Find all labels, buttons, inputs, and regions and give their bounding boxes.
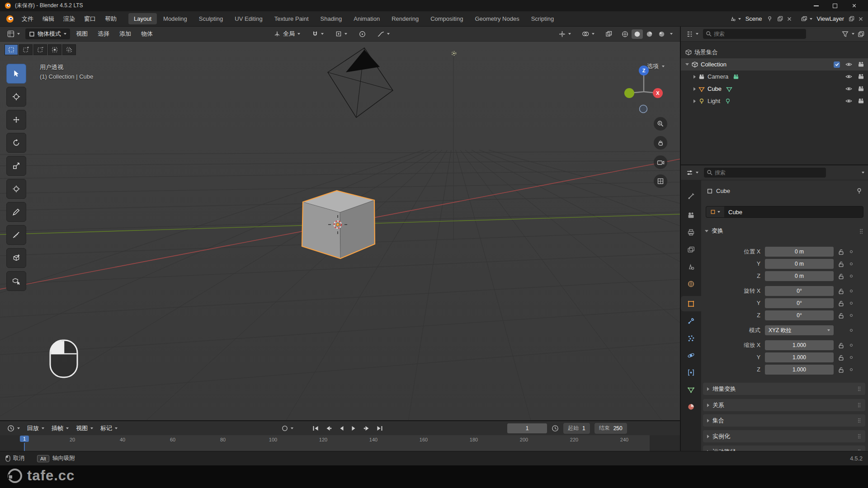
minimize-button[interactable] — [807, 0, 826, 11]
snap-toggle[interactable] — [308, 29, 327, 38]
outliner-row-camera[interactable]: Camera — [681, 70, 868, 83]
new-collection-icon[interactable] — [858, 31, 864, 38]
section-motion-paths[interactable]: 运动路径 — [703, 446, 865, 451]
remove-viewlayer-icon[interactable] — [858, 16, 863, 22]
animate-dot[interactable] — [850, 275, 853, 277]
cursor-tool[interactable] — [6, 87, 26, 107]
use-preview-range-icon[interactable] — [552, 425, 559, 432]
viewport-menu-select[interactable]: 选择 — [94, 28, 113, 40]
timeline-menu-playback[interactable]: 回放 — [24, 423, 48, 434]
hide-eye-icon[interactable] — [845, 73, 852, 80]
toggle-ortho-button[interactable] — [654, 174, 667, 188]
shading-solid-button[interactable] — [632, 29, 643, 39]
gizmo-y-axis[interactable] — [624, 88, 634, 98]
pin-icon[interactable] — [767, 16, 773, 22]
playhead[interactable]: 1 — [20, 436, 29, 442]
animate-dot[interactable] — [850, 356, 853, 359]
expand-icon[interactable] — [693, 99, 696, 103]
unlink-scene-icon[interactable] — [787, 16, 792, 22]
workspace-tab-animation[interactable]: Animation — [348, 13, 385, 24]
workspace-tab-compositing[interactable]: Compositing — [425, 13, 468, 24]
zoom-button[interactable] — [654, 117, 667, 131]
timeline-ruler[interactable]: 20 40 60 80 100 120 140 160 180 200 220 … — [0, 435, 680, 451]
play-button[interactable] — [351, 426, 357, 431]
lock-icon[interactable] — [838, 288, 844, 295]
animate-dot[interactable] — [850, 290, 853, 292]
mode-dropdown[interactable]: 物体模式 — [25, 28, 70, 39]
expand-icon[interactable] — [693, 75, 696, 79]
rotation-mode-dropdown[interactable]: XYZ 欧拉 — [765, 325, 834, 335]
animate-dot[interactable] — [850, 250, 853, 253]
jump-to-end-button[interactable] — [376, 426, 383, 431]
measure-tool[interactable] — [6, 225, 26, 245]
tab-tool[interactable] — [681, 188, 701, 204]
location-z-field[interactable]: 0 m — [765, 271, 834, 281]
menu-render[interactable]: 渲染 — [59, 13, 80, 25]
workspace-tab-shading[interactable]: Shading — [315, 13, 348, 24]
pan-button[interactable] — [654, 136, 667, 150]
jump-to-start-button[interactable] — [312, 426, 319, 431]
menu-file[interactable]: 文件 — [17, 13, 38, 25]
outliner-editor-type-button[interactable] — [684, 29, 700, 39]
prev-keyframe-button[interactable] — [326, 426, 332, 431]
workspace-tab-sculpting[interactable]: Sculpting — [193, 13, 228, 24]
new-viewlayer-icon[interactable] — [849, 16, 854, 22]
show-overlays-dropdown[interactable] — [578, 29, 598, 38]
hide-eye-icon[interactable] — [845, 85, 852, 92]
timeline-menu-markers[interactable]: 标记 — [97, 423, 121, 434]
light-object[interactable] — [452, 52, 456, 56]
collapse-icon[interactable] — [685, 63, 689, 66]
transform-tool[interactable] — [6, 179, 26, 199]
properties-search[interactable] — [704, 168, 826, 178]
shading-wireframe-button[interactable] — [619, 29, 631, 39]
add-cube-tool[interactable] — [6, 248, 26, 268]
disable-render-icon[interactable] — [858, 73, 864, 80]
scale-tool[interactable] — [6, 156, 26, 176]
animate-dot[interactable] — [850, 314, 853, 317]
disable-render-icon[interactable] — [858, 98, 864, 104]
properties-search-input[interactable] — [715, 169, 826, 176]
rotation-x-field[interactable]: 0° — [765, 286, 834, 296]
outliner-search-input[interactable] — [714, 31, 806, 37]
shading-material-button[interactable] — [644, 29, 655, 39]
select-mode-extend[interactable] — [19, 44, 33, 55]
timeline-menu-view[interactable]: 视图 — [72, 423, 97, 434]
next-keyframe-button[interactable] — [363, 426, 370, 431]
hide-eye-icon[interactable] — [845, 61, 852, 68]
new-scene-icon[interactable] — [777, 16, 783, 22]
disable-render-icon[interactable] — [858, 85, 864, 92]
section-instancing[interactable]: 实例化 — [703, 430, 865, 442]
show-gizmo-dropdown[interactable] — [555, 29, 575, 39]
play-reverse-button[interactable] — [339, 426, 344, 431]
navigation-gizmo[interactable]: Z X — [621, 62, 666, 117]
transform-orientation-dropdown[interactable]: 全局 — [270, 28, 304, 39]
current-frame-field[interactable]: 1 — [507, 423, 547, 433]
auto-keying-toggle[interactable] — [281, 425, 293, 432]
tab-object-data[interactable] — [681, 382, 701, 397]
select-mode-subtract[interactable] — [33, 44, 47, 55]
maximize-button[interactable] — [826, 0, 844, 11]
collection-checkbox[interactable] — [834, 61, 840, 68]
rotation-y-field[interactable]: 0° — [765, 298, 834, 308]
scale-z-field[interactable]: 1.000 — [765, 365, 834, 375]
lock-icon[interactable] — [838, 342, 844, 349]
lock-icon[interactable] — [838, 300, 844, 307]
section-collections[interactable]: 集合 — [703, 414, 865, 427]
scale-x-field[interactable]: 1.000 — [765, 340, 834, 350]
tab-constraints[interactable] — [681, 365, 701, 380]
tab-world[interactable] — [681, 276, 701, 291]
tab-view-layer[interactable] — [681, 242, 701, 257]
expand-icon[interactable] — [693, 87, 696, 91]
viewport-menu-object[interactable]: 物体 — [137, 28, 157, 40]
animate-dot[interactable] — [850, 344, 853, 347]
disable-render-icon[interactable] — [858, 61, 864, 68]
xray-toggle[interactable] — [602, 29, 616, 38]
workspace-tab-rendering[interactable]: Rendering — [386, 13, 424, 24]
animate-dot[interactable] — [850, 329, 853, 332]
workspace-tab-modeling[interactable]: Modeling — [158, 13, 193, 24]
viewlayer-name[interactable]: ViewLayer — [817, 15, 844, 22]
viewport-menu-view[interactable]: 视图 — [72, 28, 92, 40]
outliner-row-cube[interactable]: Cube — [681, 83, 868, 95]
lock-icon[interactable] — [838, 366, 844, 373]
object-name-field[interactable]: Cube — [706, 206, 863, 218]
